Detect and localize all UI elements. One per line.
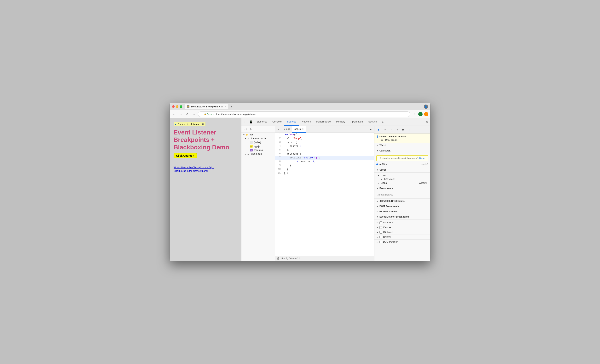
- bp-canvas-checkbox[interactable]: [379, 226, 382, 229]
- stack-frame-name: onClick: [379, 163, 421, 166]
- code-area[interactable]: 1 new Vue({ 2 el: '#app', 3 data: {: [275, 133, 374, 256]
- forward-button[interactable]: →: [178, 112, 183, 117]
- page-content: ▶ Paused in debugger ⏹ Event Listener Br…: [170, 118, 241, 261]
- minimize-window-button[interactable]: [176, 105, 178, 108]
- tree-item-framework[interactable]: ▼ ☁ framework-bla…: [241, 136, 275, 140]
- bp-control-checkbox[interactable]: [379, 236, 382, 238]
- tab-application-label: Application: [351, 120, 363, 123]
- tab-performance[interactable]: Performance: [314, 118, 333, 126]
- editor-run-button[interactable]: ▶: [368, 127, 373, 132]
- call-stack-show-link[interactable]: Show: [419, 157, 425, 159]
- devtools-close-button[interactable]: ✕: [424, 119, 430, 125]
- tree-item-index[interactable]: (index): [241, 140, 275, 144]
- editor-nav-left[interactable]: ◁: [276, 127, 281, 132]
- tab-application[interactable]: Application: [348, 118, 366, 126]
- xhr-breakpoints-header[interactable]: XHR/fetch Breakpoints: [375, 199, 430, 204]
- paused-resume-icon[interactable]: ⏹: [202, 123, 204, 125]
- pause-exceptions-button[interactable]: ⏸: [407, 127, 412, 132]
- bp-control[interactable]: ► Control: [375, 235, 430, 240]
- bp-animation[interactable]: ► Animation: [375, 220, 430, 225]
- tab-network[interactable]: Network: [299, 118, 314, 126]
- bp-dom-mutation-checkbox[interactable]: [379, 241, 382, 243]
- step-into-button[interactable]: ⬇: [388, 127, 394, 132]
- editor-footer: {} Line 7, Column 22: [275, 256, 374, 261]
- browser-tab[interactable]: ⚡ Event Listener Breakpoints + ☆ ✕: [185, 104, 228, 109]
- watch-section-header[interactable]: Watch: [375, 143, 430, 148]
- bp-clipboard[interactable]: ► Clipboard: [375, 230, 430, 235]
- tab-close-button[interactable]: ✕: [224, 105, 226, 108]
- bp-animation-checkbox[interactable]: [379, 221, 382, 224]
- event-listener-bp-header[interactable]: Event Listener Breakpoints: [375, 214, 430, 219]
- paused-title: ℹ Paused on event listener: [377, 135, 428, 138]
- secure-text: Secure: [207, 113, 214, 115]
- scope-section-header[interactable]: Scope: [375, 167, 430, 173]
- home-button[interactable]: ⌂: [191, 112, 197, 117]
- bp-dom-mutation[interactable]: ► DOM Mutation: [375, 240, 430, 244]
- more-tabs-button[interactable]: »: [380, 119, 386, 125]
- ft-more-button[interactable]: ⋮: [271, 127, 273, 131]
- devtools-link[interactable]: What's New In DevTools (Chrome 66) >: [174, 166, 237, 169]
- ft-forward-button[interactable]: ▷: [249, 127, 254, 132]
- scope-global-item[interactable]: ► Global Window: [375, 181, 430, 185]
- devtools-panel: ⬚ 📱 Elements Console Sources Network: [241, 118, 430, 261]
- new-tab-button[interactable]: +: [229, 104, 234, 109]
- call-stack-section-header[interactable]: Call Stack: [375, 148, 430, 153]
- resume-button[interactable]: ▶: [376, 127, 381, 132]
- tab-memory[interactable]: Memory: [333, 118, 348, 126]
- step-out-button[interactable]: ⬆: [394, 127, 400, 132]
- editor-tab-appjs-close[interactable]: ✕: [302, 128, 304, 130]
- tab-sources[interactable]: Sources: [284, 118, 299, 126]
- global-listeners-header[interactable]: Global Listeners: [375, 209, 430, 214]
- step-button[interactable]: ⏭: [401, 127, 406, 132]
- dom-breakpoints-header[interactable]: DOM Breakpoints: [375, 204, 430, 209]
- step-over-button[interactable]: ↩: [382, 127, 388, 132]
- ft-back-button[interactable]: ◁: [243, 127, 248, 132]
- user-icon[interactable]: 👤: [424, 105, 428, 109]
- line-content-5: },: [282, 148, 290, 152]
- cloud-folder-icon-framework: ☁: [247, 137, 250, 140]
- back-button[interactable]: ←: [172, 112, 177, 117]
- extension-orange-icon[interactable]: !: [424, 112, 428, 116]
- tree-item-stylecss[interactable]: C style.css: [241, 148, 275, 152]
- editor-tab-vuejs[interactable]: vue.js: [281, 126, 292, 133]
- editor-tab-appjs[interactable]: app.js ✕: [292, 126, 306, 133]
- tab-network-label: Network: [302, 120, 311, 123]
- device-toolbar-button[interactable]: 📱: [248, 119, 254, 125]
- code-line-7: 7 onClick: function() {: [275, 156, 374, 160]
- tab-console[interactable]: Console: [270, 118, 284, 126]
- scope-this-item[interactable]: ► this: Vue$3: [375, 177, 430, 181]
- bp-clipboard-checkbox[interactable]: [379, 231, 382, 234]
- breakpoints-section-header[interactable]: Breakpoints: [375, 186, 430, 191]
- code-line-2: 2 el: '#app',: [275, 136, 374, 140]
- tree-item-unpkg[interactable]: ► ☁ unpkg.com: [241, 152, 275, 156]
- format-icon[interactable]: {}: [277, 257, 279, 260]
- stack-frame-onclick[interactable]: onClick app.js:7: [375, 162, 430, 166]
- tab-security[interactable]: Security: [366, 118, 380, 126]
- tree-label-appjs: app.js: [254, 145, 260, 148]
- call-stack-label: Call Stack: [379, 149, 391, 152]
- traffic-lights: [172, 105, 182, 108]
- title-bar-right: 👤: [424, 105, 428, 109]
- maximize-window-button[interactable]: [180, 105, 182, 108]
- tab-elements[interactable]: Elements: [254, 118, 270, 126]
- refresh-button[interactable]: ↺: [185, 112, 190, 117]
- tree-item-appjs[interactable]: JS app.js: [241, 144, 275, 148]
- extension-green-icon[interactable]: ✓: [418, 112, 422, 116]
- bp-canvas[interactable]: ► Canvas: [375, 225, 430, 230]
- devtools-settings-button[interactable]: ⋮: [418, 119, 424, 125]
- page-links: What's New In DevTools (Chrome 66) > Bla…: [174, 166, 237, 172]
- click-count-button[interactable]: Click Count: 4: [174, 153, 197, 158]
- line-num-4: 4: [275, 144, 282, 148]
- inspect-element-button[interactable]: ⬚: [242, 119, 248, 125]
- line-content-8: this.count += 1;: [282, 160, 316, 164]
- page-title-line1: Event Listener: [174, 129, 237, 136]
- debug-panel: ▶ ↩ ⬇ ⬆ ⏭ ⏸ ℹ Paused on event listener: [374, 126, 430, 261]
- scope-label: Scope: [379, 168, 386, 171]
- blackboxing-link[interactable]: Blackboxing in the Network panel: [174, 170, 237, 172]
- bookmark-button[interactable]: ☆: [412, 112, 417, 117]
- address-input[interactable]: 🔒 Secure https://framework-blackboxing.g…: [198, 111, 410, 117]
- tree-item-top[interactable]: ▼ 📁 top: [241, 133, 275, 136]
- scope-local-header[interactable]: ▼ Local: [375, 173, 430, 177]
- file-icon-appjs: JS: [250, 145, 253, 148]
- close-window-button[interactable]: [172, 105, 175, 108]
